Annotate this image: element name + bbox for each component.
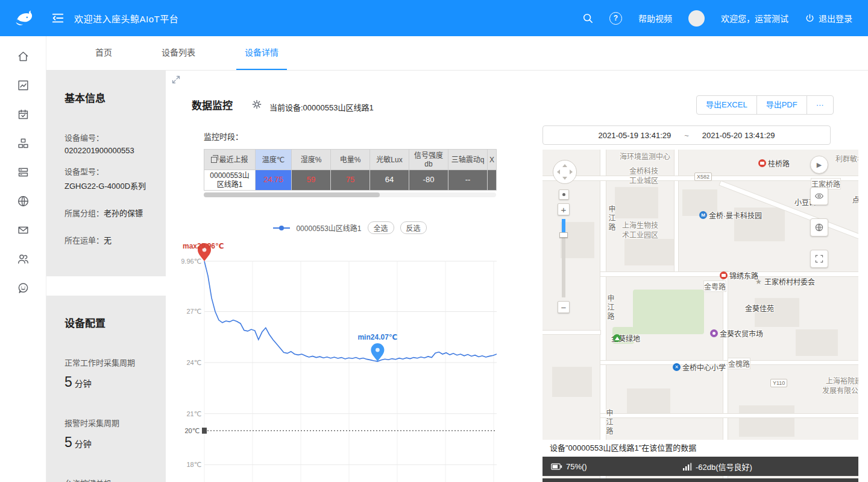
map-road bbox=[600, 414, 858, 417]
mail-icon bbox=[17, 224, 30, 236]
column-label: 电量% bbox=[340, 156, 361, 164]
app-logo[interactable] bbox=[0, 7, 46, 29]
menu-toggle-icon[interactable] bbox=[51, 11, 64, 25]
signal-stat: -62db(信号良好) bbox=[682, 461, 752, 472]
map-park bbox=[633, 290, 704, 334]
sidebar-item-storage[interactable] bbox=[16, 165, 30, 179]
help-video-link[interactable]: 帮助视频 bbox=[638, 12, 672, 24]
collapse-panel-icon[interactable] bbox=[172, 75, 180, 86]
map-label-text: 金槐路 bbox=[728, 358, 750, 369]
value-cell-2[interactable]: 75 bbox=[331, 170, 370, 191]
field-value: ZGHG22-G-4000D系列 bbox=[64, 180, 155, 191]
map-label-18: 金葵绿地 bbox=[611, 333, 640, 343]
map-label-21: 金槐路 bbox=[728, 358, 750, 369]
column-label: X bbox=[489, 156, 494, 164]
value-cell-4[interactable]: -80 bbox=[409, 170, 448, 191]
map-container[interactable]: 海环境监测中心利群敏老桂桥路王家桥路X582金桥科技工业城区金桥·曼卡科技园小豆… bbox=[542, 150, 858, 482]
date-range-picker[interactable]: 2021-05-19 13:41:29 ~ 2021-05-20 13:41:2… bbox=[542, 125, 831, 145]
column-header-2[interactable]: 湿度% bbox=[292, 150, 331, 170]
signal-icon bbox=[682, 463, 692, 471]
legend-series-label[interactable]: 00000553山区线路1 bbox=[296, 223, 361, 233]
tab-device-list[interactable]: 设备列表 bbox=[153, 36, 204, 70]
value-cell-5[interactable]: -- bbox=[448, 170, 488, 191]
map-label-text: 锦绣东路 bbox=[729, 270, 758, 281]
column-header-4[interactable]: 光敏Lux bbox=[370, 150, 409, 170]
map-road bbox=[542, 331, 600, 334]
config-value-unit: 分钟 bbox=[72, 439, 92, 449]
map-type-globe-button[interactable] bbox=[810, 218, 828, 236]
map-label-text: 申江路 bbox=[605, 294, 615, 322]
export-pdf-button[interactable]: 导出PDF bbox=[756, 95, 807, 115]
sidebar-item-network[interactable] bbox=[16, 194, 30, 208]
zoom-slider-handle[interactable] bbox=[559, 232, 568, 238]
sidebar-item-assets[interactable] bbox=[16, 136, 30, 150]
table-hscrollbar-thumb[interactable] bbox=[204, 192, 380, 197]
basic-fields: 设备编号：0202201900000553设备型号：ZGHG22-G-4000D… bbox=[64, 132, 155, 246]
current-device-label: 当前设备:00000553山区线路1 bbox=[269, 101, 374, 113]
sidebar-item-tasks[interactable] bbox=[16, 107, 30, 121]
map-label-text: Y110 bbox=[773, 379, 785, 387]
help-icon[interactable]: ? bbox=[609, 12, 622, 25]
map-label-6: 工业城区 bbox=[629, 175, 658, 185]
map-label-text: 金桥·曼卡科技园 bbox=[709, 210, 762, 220]
zoom-slider[interactable] bbox=[562, 219, 565, 297]
table-data-row: 00000553山区线路124.75597564-80-- bbox=[204, 170, 497, 191]
sidebar-item-home[interactable] bbox=[16, 49, 30, 63]
basic-info-title: 基本信息 bbox=[64, 71, 155, 105]
map-label-4: X582 bbox=[694, 173, 712, 181]
value-cell-3[interactable]: 64 bbox=[370, 170, 409, 191]
legend-line-icon bbox=[273, 227, 290, 229]
school-icon bbox=[673, 363, 681, 371]
location-stats-row: 75%() -62db(信号良好) bbox=[542, 457, 858, 476]
map-pan-control[interactable] bbox=[552, 159, 577, 187]
export-excel-button[interactable]: 导出EXCEL bbox=[696, 95, 757, 115]
zoom-in-button[interactable]: + bbox=[558, 203, 570, 215]
column-header-1[interactable]: 温度℃ bbox=[256, 150, 292, 170]
sidebar-item-mail[interactable] bbox=[16, 223, 30, 237]
value-cell-6[interactable] bbox=[488, 170, 497, 191]
map-label-19: 金葵农贸市场 bbox=[710, 328, 763, 338]
map-label-22: 上海裕院建 bbox=[826, 375, 858, 385]
column-header-0[interactable]: 最近上报 bbox=[204, 150, 256, 170]
power-icon bbox=[805, 13, 815, 24]
value-cell-0[interactable]: 24.75 bbox=[256, 170, 292, 191]
map-label-text: 海环境监测中心 bbox=[620, 151, 670, 161]
svg-text:18℃: 18℃ bbox=[186, 461, 201, 468]
gear-icon[interactable] bbox=[251, 99, 262, 112]
device-name-cell[interactable]: 00000553山区线路1 bbox=[204, 170, 256, 191]
locate-button[interactable] bbox=[559, 189, 569, 200]
sidebar-item-support[interactable] bbox=[16, 281, 30, 295]
column-header-7[interactable]: X bbox=[488, 150, 497, 170]
column-header-6[interactable]: 三轴震动q bbox=[448, 150, 488, 170]
column-header-5[interactable]: 信号强度db bbox=[409, 150, 448, 170]
panorama-button[interactable]: ▶ bbox=[810, 156, 828, 174]
map-label-text: 点 bbox=[852, 194, 858, 205]
more-actions-button[interactable]: ··· bbox=[807, 95, 834, 115]
invert-selection-button[interactable]: 反选 bbox=[400, 221, 427, 234]
map-label-text: 桂桥路 bbox=[768, 158, 790, 168]
bus-icon bbox=[720, 271, 728, 279]
line-chart: 29.96℃27℃24℃21℃18℃20℃max29.96℃min24.07℃ bbox=[181, 241, 497, 482]
fullscreen-button[interactable] bbox=[810, 250, 828, 268]
logout-button[interactable]: 退出登录 bbox=[805, 12, 852, 24]
column-header-3[interactable]: 电量% bbox=[331, 150, 370, 170]
sidebar-item-dashboard[interactable] bbox=[16, 78, 30, 92]
svg-text:21℃: 21℃ bbox=[186, 410, 201, 417]
sidebar-item-users[interactable] bbox=[16, 252, 30, 266]
config-value-unit: 分钟 bbox=[72, 379, 92, 388]
select-all-button[interactable]: 全选 bbox=[368, 221, 394, 234]
svg-text:max29.96℃: max29.96℃ bbox=[183, 242, 224, 250]
map-label-text: 金葵农贸市场 bbox=[720, 328, 763, 338]
support-icon bbox=[17, 282, 30, 294]
map-label-25: 申江路 bbox=[604, 409, 614, 436]
tab-home[interactable]: 首页 bbox=[87, 36, 121, 70]
metro-icon bbox=[699, 211, 707, 219]
map-label-text: 金葵佳苑 bbox=[745, 303, 774, 313]
layers-eye-button[interactable] bbox=[810, 187, 828, 205]
search-icon[interactable] bbox=[582, 13, 593, 24]
zoom-out-button[interactable]: − bbox=[558, 301, 570, 313]
app-header: 欢迎进入座头鲸AIoT平台 ? 帮助视频 欢迎您，运营测试 退出登录 bbox=[0, 0, 868, 36]
tab-device-detail[interactable]: 设备详情 bbox=[236, 36, 287, 70]
value-cell-1[interactable]: 59 bbox=[292, 170, 331, 191]
avatar[interactable] bbox=[688, 10, 705, 27]
